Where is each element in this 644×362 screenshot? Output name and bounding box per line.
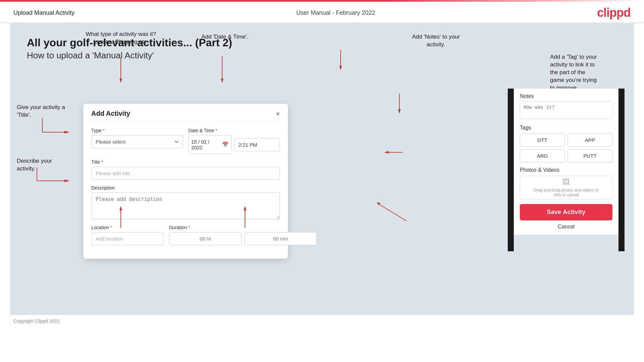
logo: clippd xyxy=(597,6,631,20)
svg-marker-21 xyxy=(377,202,381,205)
svg-marker-6 xyxy=(64,131,70,134)
annotation-describe: Describe your activity. xyxy=(17,157,72,173)
location-group: Location * xyxy=(91,225,164,245)
photos-upload-area[interactable]: 🖼 Drag and Drop photos and videos or cli… xyxy=(520,176,612,199)
datetime-label: Date & Time * xyxy=(188,128,280,133)
phone-left-bar xyxy=(508,89,514,251)
date-value: 15 / 02 / 2022 xyxy=(191,139,221,150)
location-label: Location * xyxy=(91,225,164,230)
page-title-sub: How to upload a 'Manual Activity' xyxy=(27,50,617,61)
svg-marker-3 xyxy=(221,79,224,83)
description-label: Description xyxy=(91,185,280,191)
tags-label: Tags xyxy=(514,125,618,134)
annotation-notes: Add 'Notes' to your activity. xyxy=(402,33,469,49)
type-label: Type * xyxy=(91,128,183,133)
type-select[interactable]: Please select xyxy=(91,135,183,148)
title-group: Title * xyxy=(91,159,280,180)
top-bar: Upload Manual Activity User Manual - Feb… xyxy=(0,2,644,23)
tag-putt[interactable]: PUTT xyxy=(567,149,612,162)
location-input[interactable] xyxy=(91,232,164,245)
calendar-icon: 📅 xyxy=(222,142,229,148)
time-value: 2:21 PM xyxy=(239,142,257,148)
svg-marker-17 xyxy=(398,109,401,114)
duration-row xyxy=(169,232,317,245)
dialog-body: Type * Please select Date & Time * 15 / … xyxy=(83,122,288,259)
duration-min-input[interactable] xyxy=(244,232,317,245)
svg-marker-1 xyxy=(119,79,122,83)
dialog-header: Add Activity × xyxy=(83,104,288,122)
page-label: Upload Manual Activity xyxy=(13,9,75,16)
notes-label: Notes xyxy=(514,89,618,101)
close-button[interactable]: × xyxy=(276,110,280,117)
main-content: All your golf-relevant activities... (Pa… xyxy=(10,23,634,315)
date-time-row: 15 / 02 / 2022 📅 2:21 PM xyxy=(188,135,280,154)
annotation-title: Give your activity a 'Title'. xyxy=(17,104,72,119)
svg-marker-19 xyxy=(384,151,389,154)
datetime-group: Date & Time * 15 / 02 / 2022 📅 2:21 PM xyxy=(188,128,280,154)
footer: Copyright Clippd 2021 xyxy=(0,315,644,327)
manual-title: User Manual - February 2022 xyxy=(296,9,375,16)
description-group: Description xyxy=(91,185,280,219)
phone-right-bar xyxy=(618,89,625,251)
form-row-location-duration: Location * Duration * xyxy=(91,225,280,245)
photos-hint: Drag and Drop photos and videos or click… xyxy=(534,188,598,197)
svg-line-20 xyxy=(379,204,407,221)
time-input[interactable]: 2:21 PM xyxy=(234,138,280,151)
title-input[interactable] xyxy=(91,167,280,180)
tag-ott[interactable]: OTT xyxy=(520,134,565,147)
type-group: Type * Please select xyxy=(91,128,183,154)
svg-marker-15 xyxy=(339,66,342,70)
duration-label: Duration * xyxy=(169,225,317,230)
tag-app[interactable]: APP xyxy=(567,134,612,147)
annotation-type: What type of activity was it? Lesson, Ch… xyxy=(84,31,158,46)
duration-group: Duration * xyxy=(169,225,317,245)
duration-hr-input[interactable] xyxy=(169,232,242,245)
copyright: Copyright Clippd 2021 xyxy=(13,318,60,324)
photo-icon: 🖼 xyxy=(562,178,570,187)
add-activity-dialog: Add Activity × Type * Please select Date… xyxy=(83,104,288,259)
form-row-type-date: Type * Please select Date & Time * 15 / … xyxy=(91,128,280,154)
dialog-title: Add Activity xyxy=(91,110,130,117)
description-textarea[interactable] xyxy=(91,193,280,219)
cancel-link[interactable]: Cancel xyxy=(514,224,618,235)
phone-panel: Notes Tags OTT APP ARG PUTT Photos & Vid… xyxy=(514,89,618,235)
annotation-tags: Add a 'Tag' to your activity to link it … xyxy=(550,53,627,92)
photos-label: Photos & Videos xyxy=(514,167,618,176)
tags-grid: OTT APP ARG PUTT xyxy=(520,134,612,162)
notes-textarea[interactable] xyxy=(520,101,612,119)
title-label: Title * xyxy=(91,159,280,165)
annotation-datetime: Add 'Date & Time'. xyxy=(191,33,258,41)
tag-arg[interactable]: ARG xyxy=(520,149,565,162)
save-activity-button[interactable]: Save Activity xyxy=(520,204,612,220)
svg-marker-9 xyxy=(64,179,70,182)
date-input[interactable]: 15 / 02 / 2022 📅 xyxy=(188,135,232,154)
